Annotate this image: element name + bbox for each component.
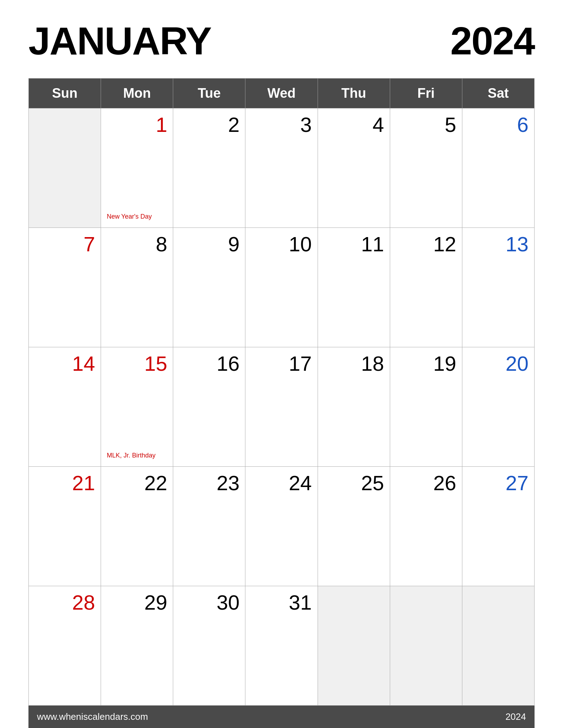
calendar-day-cell: 15MLK, Jr. Birthday [101, 347, 173, 467]
calendar-day-cell [390, 586, 462, 706]
calendar-day-cell [29, 108, 101, 228]
calendar-day-cell: 28 [29, 586, 101, 706]
header-fri: Fri [390, 79, 462, 108]
calendar-day-cell: 14 [29, 347, 101, 467]
calendar-day-cell: 6 [462, 108, 534, 228]
calendar-day-cell [462, 586, 534, 706]
calendar-day-cell: 18 [318, 347, 390, 467]
calendar-day-cell: 29 [101, 586, 173, 706]
calendar-day-cell: 13 [462, 228, 534, 347]
calendar-day-cell: 2 [173, 108, 245, 228]
calendar-day-cell: 16 [173, 347, 245, 467]
calendar-day-cell: 7 [29, 228, 101, 347]
day-number: 4 [324, 113, 384, 136]
calendar-week-row: 28293031 [29, 586, 535, 706]
day-number: 26 [396, 471, 456, 495]
day-number: 11 [324, 232, 384, 256]
day-number: 7 [34, 232, 95, 256]
calendar-day-cell: 21 [29, 467, 101, 586]
calendar-day-cell: 11 [318, 228, 390, 347]
day-number: 27 [468, 471, 529, 495]
calendar-day-cell: 23 [173, 467, 245, 586]
calendar-day-cell: 8 [101, 228, 173, 347]
calendar-day-cell: 5 [390, 108, 462, 228]
calendar-day-cell: 20 [462, 347, 534, 467]
day-number: 5 [396, 113, 456, 136]
calendar-day-cell: 30 [173, 586, 245, 706]
calendar-header: JANUARY 2024 [28, 21, 535, 60]
day-number: 23 [179, 471, 239, 495]
calendar-day-cell: 3 [245, 108, 318, 228]
calendar-day-cell: 4 [318, 108, 390, 228]
calendar-day-cell: 17 [245, 347, 318, 467]
day-number: 28 [34, 590, 95, 614]
calendar-footer: www.wheniscalendars.com 2024 [28, 706, 535, 728]
day-number: 19 [396, 352, 456, 375]
day-number: 31 [251, 590, 312, 614]
day-number: 9 [179, 232, 239, 256]
footer-year: 2024 [505, 711, 526, 722]
calendar-week-row: 1New Year's Day23456 [29, 108, 535, 228]
day-number: 17 [251, 352, 312, 375]
calendar-day-cell: 22 [101, 467, 173, 586]
day-number: 21 [34, 471, 95, 495]
header-tue: Tue [173, 79, 245, 108]
calendar-day-cell: 9 [173, 228, 245, 347]
day-number: 6 [468, 113, 529, 136]
calendar-week-row: 1415MLK, Jr. Birthday1617181920 [29, 347, 535, 467]
header-wed: Wed [245, 79, 318, 108]
day-number: 15 [107, 352, 167, 375]
weekday-header-row: Sun Mon Tue Wed Thu Fri Sat [29, 79, 535, 108]
day-number: 20 [468, 352, 529, 375]
header-thu: Thu [318, 79, 390, 108]
calendar-day-cell: 31 [245, 586, 318, 706]
day-number: 24 [251, 471, 312, 495]
calendar-week-row: 21222324252627 [29, 467, 535, 586]
day-number: 10 [251, 232, 312, 256]
day-number: 18 [324, 352, 384, 375]
holiday-label: New Year's Day [107, 213, 152, 220]
day-number: 30 [179, 590, 239, 614]
header-sun: Sun [29, 79, 101, 108]
day-number: 2 [179, 113, 239, 136]
year-title: 2024 [450, 21, 535, 60]
calendar-table: Sun Mon Tue Wed Thu Fri Sat 1New Year's … [28, 78, 535, 706]
calendar-day-cell: 26 [390, 467, 462, 586]
day-number: 1 [107, 113, 167, 136]
calendar-wrapper: Sun Mon Tue Wed Thu Fri Sat 1New Year's … [28, 78, 535, 706]
calendar-week-row: 78910111213 [29, 228, 535, 347]
day-number: 3 [251, 113, 312, 136]
calendar-day-cell [318, 586, 390, 706]
day-number: 25 [324, 471, 384, 495]
day-number: 22 [107, 471, 167, 495]
calendar-day-cell: 10 [245, 228, 318, 347]
calendar-day-cell: 1New Year's Day [101, 108, 173, 228]
day-number: 12 [396, 232, 456, 256]
day-number: 14 [34, 352, 95, 375]
header-mon: Mon [101, 79, 173, 108]
header-sat: Sat [462, 79, 534, 108]
calendar-day-cell: 27 [462, 467, 534, 586]
calendar-day-cell: 19 [390, 347, 462, 467]
day-number: 16 [179, 352, 239, 375]
month-title: JANUARY [28, 21, 211, 60]
day-number: 13 [468, 232, 529, 256]
footer-website: www.wheniscalendars.com [37, 711, 148, 722]
calendar-day-cell: 12 [390, 228, 462, 347]
calendar-day-cell: 25 [318, 467, 390, 586]
calendar-day-cell: 24 [245, 467, 318, 586]
holiday-label: MLK, Jr. Birthday [107, 452, 155, 459]
day-number: 8 [107, 232, 167, 256]
day-number: 29 [107, 590, 167, 614]
